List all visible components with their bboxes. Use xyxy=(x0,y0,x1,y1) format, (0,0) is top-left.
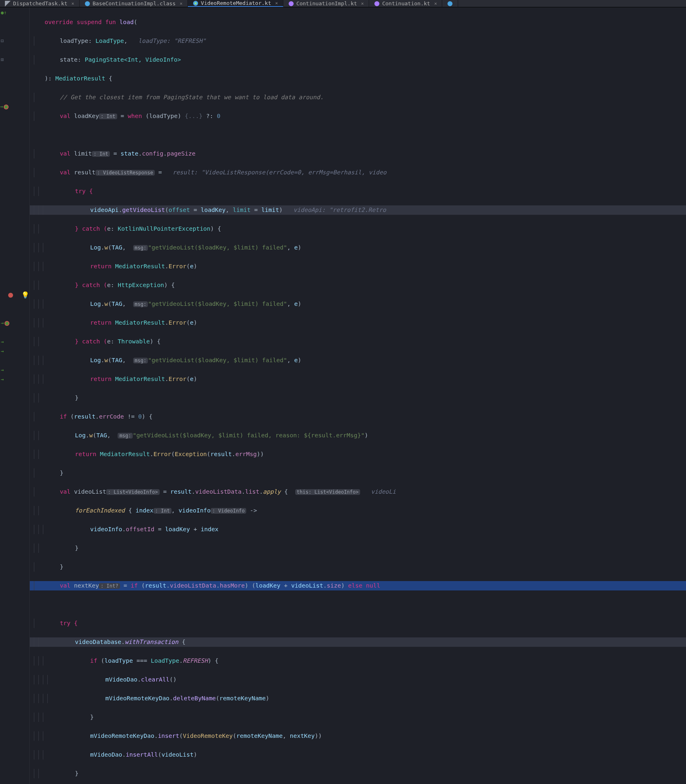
class-file-icon xyxy=(85,1,90,7)
comment: // Get the closest item from PagingState… xyxy=(60,94,323,100)
editor-area: ●↑ ⊟ ⊞ → 💡 → → → → → override suspend fu… xyxy=(0,7,686,784)
inlay-debug: result: "VideoListResponse(errCode=0, er… xyxy=(173,169,387,176)
close-icon[interactable]: ✕ xyxy=(71,1,74,6)
svg-point-1 xyxy=(85,1,90,6)
debug-current-line: videoApi.getVideoList(offset = loadKey, … xyxy=(30,205,686,215)
tab-continuationimpl[interactable]: ContinuationImpl.kt ✕ xyxy=(283,0,369,7)
svg-point-5 xyxy=(374,1,379,6)
override-icon[interactable]: ●↑ xyxy=(1,8,29,18)
breakpoint-hit-icon[interactable]: → xyxy=(0,102,28,111)
step-arrow-icon: → xyxy=(1,375,29,384)
kw-override: override xyxy=(45,19,73,25)
debug-step-line: videoDatabase.withTransaction { xyxy=(30,637,686,647)
kotlin-class-icon xyxy=(193,0,198,6)
tab-basecontinuationimpl[interactable]: BaseContinuationImpl.class ✕ xyxy=(80,0,188,7)
type-hint: : Int xyxy=(92,151,110,157)
inlay-debug: videoApi: "retrofit2.Retro xyxy=(293,207,386,213)
tab-label: DispatchedTask.kt xyxy=(13,0,67,7)
close-icon[interactable]: ✕ xyxy=(180,1,183,6)
fold-icon[interactable]: ⊟ xyxy=(1,36,29,46)
inlay-hint: loadType: "REFRESH" xyxy=(138,38,206,44)
kotlin-file-icon xyxy=(288,1,294,7)
intention-bulb-icon[interactable]: 💡 xyxy=(21,290,49,300)
step-arrow-icon: → xyxy=(1,365,29,375)
fn-name: load xyxy=(120,19,134,25)
type-hint: : Int? xyxy=(99,583,120,589)
class-file-icon xyxy=(447,1,453,7)
type-hint: : VideoListResponse xyxy=(96,170,155,176)
type-hint: : List<VideoInfo> xyxy=(106,489,160,495)
fold-region[interactable]: {...} xyxy=(185,113,203,119)
kw-suspend: suspend xyxy=(77,19,102,25)
kw-fun: fun xyxy=(105,19,116,25)
kotlin-file-icon xyxy=(374,1,380,7)
gutter[interactable]: ●↑ ⊟ ⊞ → 💡 → → → → → xyxy=(0,7,30,784)
step-arrow-icon: → xyxy=(1,337,29,347)
code-pane[interactable]: override suspend fun load( loadType: Loa… xyxy=(30,7,686,784)
tab-label: BaseContinuationImpl.class xyxy=(93,0,176,7)
step-arrow-icon: → xyxy=(1,347,29,356)
editor-tabs: DispatchedTask.kt ✕ BaseContinuationImpl… xyxy=(0,0,686,7)
ide-root: DispatchedTask.kt ✕ BaseContinuationImpl… xyxy=(0,0,686,784)
tab-continuation[interactable]: Continuation.kt ✕ xyxy=(369,0,442,7)
tab-label: VideoRemoteMediator.kt xyxy=(201,0,271,6)
fold-icon[interactable]: ⊞ xyxy=(1,55,29,65)
param-hint: msg: xyxy=(133,245,148,251)
cursor-line: val nextKey: Int? = if (result.videoList… xyxy=(30,581,686,590)
tab-label: ContinuationImpl.kt xyxy=(296,0,357,7)
tab-videoremotemediator[interactable]: VideoRemoteMediator.kt ✕ xyxy=(188,0,283,7)
tab-dispatchedtask[interactable]: DispatchedTask.kt ✕ xyxy=(0,0,80,7)
tab-label: Continuation.kt xyxy=(382,0,430,7)
close-icon[interactable]: ✕ xyxy=(275,0,278,6)
svg-point-3 xyxy=(194,2,196,4)
close-icon[interactable]: ✕ xyxy=(361,1,364,6)
svg-point-4 xyxy=(289,1,294,6)
type-hint: : Int xyxy=(99,114,117,119)
tab-overflow[interactable] xyxy=(442,0,458,7)
close-icon[interactable]: ✕ xyxy=(434,1,437,6)
kotlin-file-icon xyxy=(5,1,11,7)
svg-point-6 xyxy=(448,1,452,6)
breakpoint-hit-icon[interactable]: → xyxy=(1,318,29,328)
svg-marker-0 xyxy=(5,1,11,7)
